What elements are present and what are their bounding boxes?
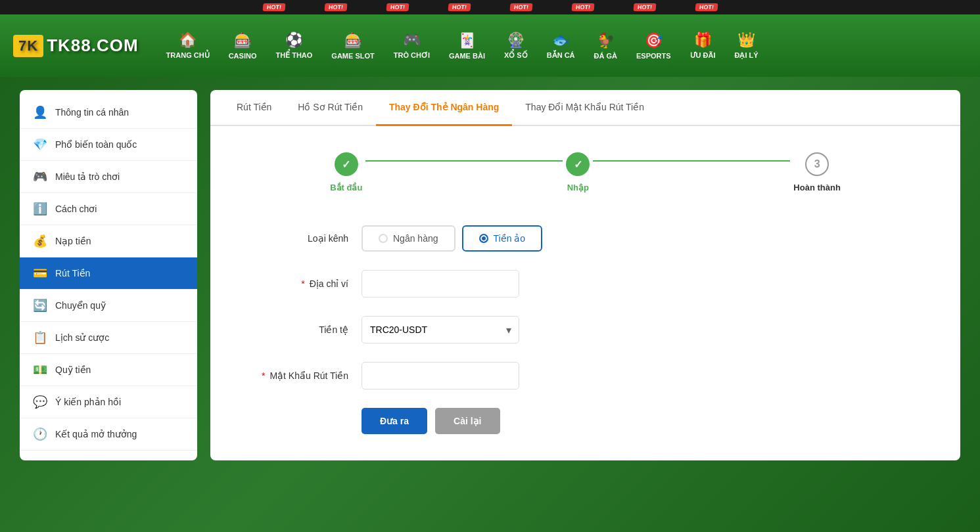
sidebar-label-y-kien: Ý kiến phản hồi (55, 397, 121, 407)
sidebar-label-lich-su: Lịch sử cược (55, 332, 109, 343)
nav-tro-choi-label: TRÒ CHƠI (394, 51, 430, 60)
sidebar-item-y-kien[interactable]: 💬 Ý kiến phản hồi (20, 386, 197, 418)
history-icon: 📋 (33, 330, 47, 345)
address-required: * (301, 278, 304, 289)
nav-game-bai[interactable]: 🃏 GAME BÀI (441, 28, 493, 64)
currency-select[interactable]: TRC20-USDT ERC20-USDT BTC ETH (362, 316, 519, 344)
nav-tro-choi[interactable]: 🎮 TRÒ CHƠI (386, 28, 438, 64)
hot-tag-7: HOT! (633, 3, 656, 11)
sports-icon: ⚽ (285, 32, 303, 49)
info-icon: ℹ️ (33, 202, 47, 216)
logo[interactable]: 7K TK88.COM (13, 35, 139, 57)
hot-banners-bar: HOT! HOT! HOT! HOT! HOT! HOT! HOT! HOT! (0, 0, 980, 14)
hot-tag-8: HOT! (695, 3, 718, 11)
gift-icon: 🎁 (694, 32, 712, 49)
sidebar-label-ket-qua: Kết quả mở thưởng (55, 429, 137, 439)
nav-game-slot[interactable]: 🎰 GAME SLOT (323, 28, 382, 64)
step-circle-2: ✓ (566, 152, 590, 176)
sidebar-item-chuyen-quy[interactable]: 🔄 Chuyển quỹ (20, 290, 197, 322)
channel-tien-ao[interactable]: Tiền ảo (462, 225, 543, 252)
nav-ban-ca-label: BẮN CÁ (547, 51, 575, 60)
form-area: ✓ Bắt đầu ✓ Nhập 3 Hoàn thành Loạ (210, 126, 960, 460)
logo-text: TK88.COM (47, 35, 138, 56)
progress-steps: ✓ Bắt đầu ✓ Nhập 3 Hoàn thành (250, 152, 921, 192)
tab-ho-so-rut-tien[interactable]: Hồ Sơ Rút Tiền (285, 90, 376, 126)
step-label-3: Hoàn thành (793, 183, 841, 192)
step-circle-1: ✓ (335, 152, 358, 176)
sidebar: 👤 Thông tin cá nhân 💎 Phổ biến toàn quốc… (20, 90, 197, 460)
nav-casino[interactable]: 🎰 CASINO (221, 28, 265, 64)
address-input[interactable] (362, 270, 519, 298)
nav-casino-label: CASINO (229, 52, 257, 60)
hot-tag-2: HOT! (324, 3, 347, 11)
sidebar-item-lich-su[interactable]: 📋 Lịch sử cược (20, 322, 197, 354)
step-label-1: Bắt đầu (330, 183, 362, 192)
sidebar-item-nap-tien[interactable]: 💰 Nạp tiền (20, 225, 197, 257)
hot-tag-4: HOT! (448, 3, 471, 11)
form-buttons: Đưa ra Cài lại (362, 408, 921, 434)
password-group: * Mật Khẩu Rút Tiền (250, 362, 921, 389)
nav-esports-label: ESPORTS (636, 52, 671, 60)
password-required: * (262, 370, 265, 381)
channel-options: Ngân hàng Tiền ảo (362, 225, 542, 252)
fund-icon: 💵 (33, 363, 47, 377)
nav-xo-so[interactable]: 🎡 XỔ SỐ (496, 28, 536, 64)
currency-group: Tiền tệ TRC20-USDT ERC20-USDT BTC ETH ▾ (250, 316, 921, 344)
sidebar-item-pho-bien[interactable]: 💎 Phổ biến toàn quốc (20, 129, 197, 161)
address-group: * Địa chỉ ví (250, 270, 921, 298)
nav-da-ga[interactable]: 🐓 ĐÁ GÀ (586, 28, 625, 64)
nav-trang-chu[interactable]: 🏠 TRANG CHỦ (158, 28, 218, 64)
nav-the-thao[interactable]: ⚽ THỂ THAO (268, 28, 320, 64)
tab-bar: Rút Tiền Hồ Sơ Rút Tiền Thay Đổi Thẻ Ngâ… (210, 90, 960, 126)
step-line-2 (593, 160, 790, 162)
casino-icon: 🎰 (234, 32, 252, 49)
sidebar-label-rut-tien: Rút Tiền (55, 268, 90, 278)
sidebar-label-quy-tien: Quỹ tiền (55, 365, 91, 375)
hot-tag-3: HOT! (386, 3, 409, 11)
nav-uu-dai[interactable]: 🎁 ƯU ĐÃI (682, 28, 724, 64)
step-bat-dau: ✓ Bắt đầu (330, 152, 362, 192)
step-hoan-thanh: 3 Hoàn thành (793, 152, 841, 192)
nav-dai-ly[interactable]: 👑 ĐẠI LÝ (727, 28, 766, 64)
logo-icon: 7K (13, 35, 43, 57)
password-input[interactable] (362, 362, 519, 389)
sidebar-item-cach-choi[interactable]: ℹ️ Cách chơi (20, 193, 197, 225)
radio-tien-ao (479, 234, 488, 243)
sidebar-label-cach-choi: Cách chơi (55, 204, 97, 214)
sidebar-item-rut-tien[interactable]: 💳 Rút Tiền (20, 257, 197, 290)
esports-icon: 🎯 (645, 32, 663, 49)
radio-ngan-hang (379, 234, 388, 243)
sidebar-label-nap-tien: Nạp tiền (55, 236, 91, 246)
channel-ngan-hang[interactable]: Ngân hàng (362, 225, 455, 252)
header: 7K TK88.COM 🏠 TRANG CHỦ 🎰 CASINO ⚽ THỂ T… (0, 14, 980, 77)
crown-icon: 👑 (737, 32, 755, 49)
submit-button[interactable]: Đưa ra (362, 408, 427, 434)
hot-tag-1: HOT! (262, 3, 285, 11)
address-label: * Địa chỉ ví (250, 278, 348, 289)
main-wrapper: 👤 Thông tin cá nhân 💎 Phổ biến toàn quốc… (0, 77, 980, 474)
hot-tag-6: HOT! (571, 3, 594, 11)
sidebar-item-thong-tin[interactable]: 👤 Thông tin cá nhân (20, 97, 197, 129)
nav-esports[interactable]: 🎯 ESPORTS (628, 28, 679, 64)
step-line-1 (365, 160, 563, 162)
tab-rut-tien[interactable]: Rút Tiền (223, 90, 285, 126)
tab-thay-doi-mat-khau[interactable]: Thay Đổi Mật Khẩu Rút Tiền (512, 90, 657, 126)
reset-button[interactable]: Cài lại (435, 408, 500, 434)
cock-icon: 🐓 (597, 32, 615, 49)
content-area: Rút Tiền Hồ Sơ Rút Tiền Thay Đổi Thẻ Ngâ… (210, 90, 960, 460)
games-icon: 🎮 (403, 32, 421, 49)
tab-thay-doi-the[interactable]: Thay Đổi Thẻ Ngân Hàng (376, 90, 512, 126)
nav-trang-chu-label: TRANG CHỦ (166, 51, 210, 60)
sidebar-item-quy-tien[interactable]: 💵 Quỹ tiền (20, 354, 197, 386)
nav-the-thao-label: THỂ THAO (275, 51, 312, 60)
nav-da-ga-label: ĐÁ GÀ (594, 52, 617, 60)
sidebar-label-thong-tin: Thông tin cá nhân (55, 107, 129, 118)
main-nav: 🏠 TRANG CHỦ 🎰 CASINO ⚽ THỂ THAO 🎰 GAME S… (158, 28, 967, 64)
sidebar-item-mieu-ta[interactable]: 🎮 Miêu tả trò chơi (20, 161, 197, 193)
nav-xo-so-label: XỔ SỐ (504, 51, 528, 60)
sidebar-item-ket-qua[interactable]: 🕐 Kết quả mở thưởng (20, 418, 197, 451)
nav-ban-ca[interactable]: 🐟 BẮN CÁ (539, 28, 583, 64)
currency-select-wrapper: TRC20-USDT ERC20-USDT BTC ETH ▾ (362, 316, 519, 344)
gamepad-icon: 🎮 (33, 169, 47, 184)
diamond-icon: 💎 (33, 137, 47, 152)
